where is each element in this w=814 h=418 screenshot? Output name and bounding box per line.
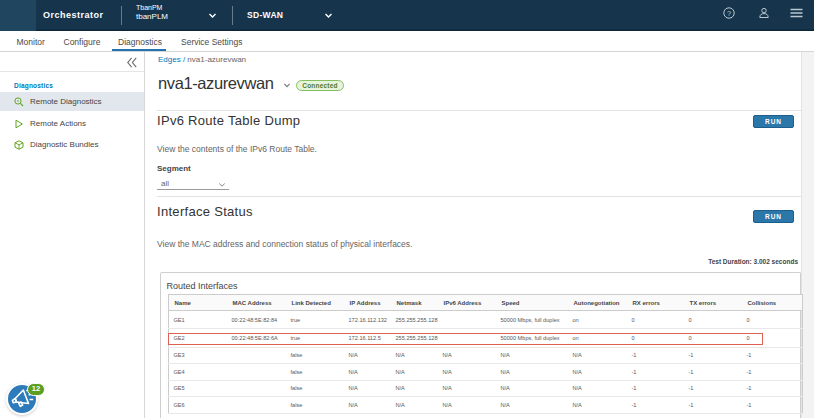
svg-text:?: ? (727, 9, 731, 18)
